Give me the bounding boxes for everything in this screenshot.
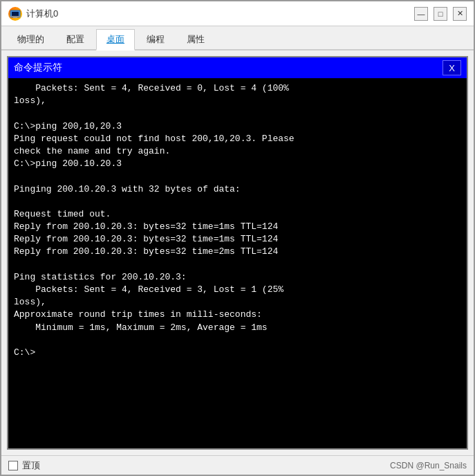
cmd-close-button[interactable]: X — [443, 60, 461, 75]
content-area: 命令提示符 X Packets: Sent = 4, Received = 0,… — [1, 51, 474, 455]
tab-desktop[interactable]: 桌面 — [96, 29, 135, 51]
svg-rect-1 — [12, 12, 19, 16]
tab-bar: 物理的 配置 桌面 编程 属性 — [1, 26, 474, 51]
main-window: 计算机0 — □ ✕ 物理的 配置 桌面 编程 属性 命令提示符 — [0, 0, 475, 476]
pin-label: 置顶 — [22, 459, 40, 472]
terminal-output[interactable]: Packets: Sent = 4, Received = 0, Lost = … — [8, 78, 467, 448]
status-bar: 置顶 CSDN @Run_Snails — [1, 455, 474, 475]
tab-programming[interactable]: 编程 — [136, 29, 175, 49]
cmd-header: 命令提示符 X — [8, 57, 467, 78]
tab-physical[interactable]: 物理的 — [7, 29, 55, 49]
window-controls: — □ ✕ — [414, 7, 467, 21]
window-title: 计算机0 — [26, 8, 414, 20]
pin-checkbox[interactable] — [8, 461, 18, 470]
close-button[interactable]: ✕ — [453, 7, 467, 21]
minimize-button[interactable]: — — [414, 7, 428, 21]
maximize-button[interactable]: □ — [434, 7, 447, 21]
cmd-window: 命令提示符 X Packets: Sent = 4, Received = 0,… — [7, 56, 468, 450]
window-icon — [8, 7, 22, 21]
svg-rect-2 — [10, 16, 21, 17]
cmd-title: 命令提示符 — [14, 62, 62, 74]
title-bar: 计算机0 — □ ✕ — [1, 1, 474, 26]
brand-label: CSDN @Run_Snails — [390, 461, 467, 470]
svg-rect-3 — [13, 17, 17, 18]
checkbox-area: 置顶 — [8, 459, 40, 472]
tab-properties[interactable]: 属性 — [176, 29, 215, 49]
tab-config[interactable]: 配置 — [56, 29, 95, 49]
